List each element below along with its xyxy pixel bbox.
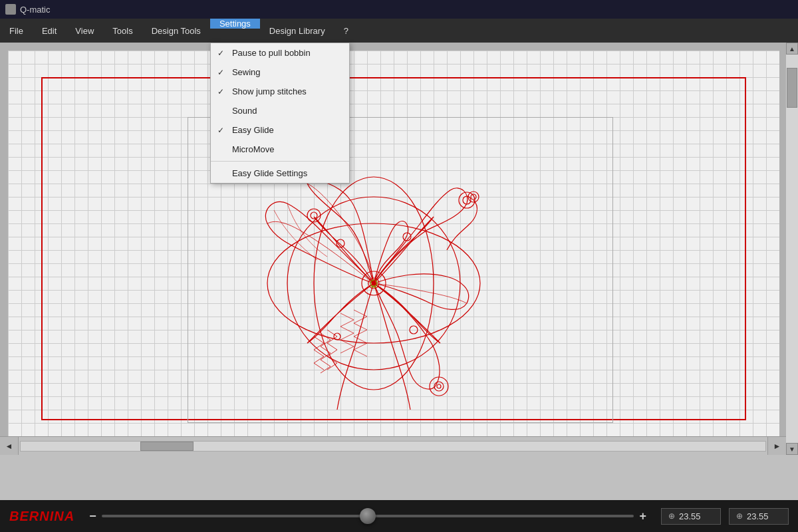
svg-point-14 bbox=[311, 212, 317, 219]
scrollbar-bottom: ◄ ► bbox=[0, 436, 786, 455]
svg-point-17 bbox=[410, 326, 418, 334]
coord-x-value: 23.55 bbox=[679, 511, 701, 521]
title-bar: Q-matic bbox=[0, 0, 798, 19]
scroll-track-vertical[interactable] bbox=[786, 55, 798, 443]
menu-item-easy-glide-settings[interactable]: Easy Glide Settings bbox=[211, 164, 349, 183]
menu-item-show-jump[interactable]: Show jump stitches bbox=[211, 82, 349, 101]
scroll-up-button[interactable]: ▲ bbox=[786, 43, 798, 55]
menu-tools[interactable]: Tools bbox=[103, 19, 142, 43]
scroll-down-button[interactable]: ▼ bbox=[786, 443, 798, 455]
scroll-thumb-vertical[interactable] bbox=[787, 68, 797, 108]
menu-item-micromove[interactable]: MicroMove bbox=[211, 140, 349, 159]
scrollbar-right: ▲ ▼ bbox=[786, 43, 798, 455]
coord-x-box: ⊕ 23.55 bbox=[661, 508, 721, 525]
scroll-track-horizontal[interactable] bbox=[20, 441, 766, 452]
app-icon bbox=[5, 4, 16, 15]
bottom-bar: BERNINA − + ⊕ 23.55 ⊕ 23.55 bbox=[0, 500, 798, 532]
coord-y-icon: ⊕ bbox=[736, 511, 743, 521]
menu-design-tools[interactable]: Design Tools bbox=[142, 19, 210, 43]
menu-settings-container: Settings Pause to pull bobbin Sewing Sho… bbox=[210, 19, 260, 43]
settings-dropdown: Pause to pull bobbin Sewing Show jump st… bbox=[210, 43, 350, 184]
menu-help[interactable]: ? bbox=[334, 19, 358, 43]
menu-settings[interactable]: Settings bbox=[210, 19, 260, 29]
main-area: ▲ ▼ ◄ ► bbox=[0, 43, 798, 455]
slider-container: − + bbox=[89, 509, 646, 523]
menu-separator bbox=[211, 161, 349, 162]
menu-item-easy-glide[interactable]: Easy Glide bbox=[211, 120, 349, 140]
menu-item-pause-bobbin[interactable]: Pause to pull bobbin bbox=[211, 43, 349, 63]
svg-point-13 bbox=[307, 209, 321, 222]
bernina-logo: BERNINA bbox=[9, 509, 74, 524]
menu-item-sewing[interactable]: Sewing bbox=[211, 63, 349, 82]
zoom-out-button[interactable]: − bbox=[89, 509, 96, 523]
coord-x-icon: ⊕ bbox=[668, 511, 675, 521]
svg-point-10 bbox=[430, 377, 448, 396]
canvas-area[interactable] bbox=[8, 51, 779, 447]
title-text: Q-matic bbox=[20, 5, 51, 15]
zoom-in-button[interactable]: + bbox=[639, 509, 646, 523]
scroll-left-button[interactable]: ◄ bbox=[0, 437, 19, 456]
scroll-right-button[interactable]: ► bbox=[767, 437, 786, 456]
menu-file[interactable]: File bbox=[0, 19, 33, 43]
scroll-thumb-horizontal[interactable] bbox=[140, 442, 194, 451]
svg-point-12 bbox=[437, 384, 441, 388]
menu-design-library[interactable]: Design Library bbox=[260, 19, 334, 43]
menu-view[interactable]: View bbox=[66, 19, 103, 43]
menu-bar: File Edit View Tools Design Tools Settin… bbox=[0, 19, 798, 43]
coord-y-box: ⊕ 23.55 bbox=[729, 508, 789, 525]
svg-point-9 bbox=[471, 194, 476, 200]
zoom-slider-track[interactable] bbox=[102, 515, 634, 517]
coord-y-value: 23.55 bbox=[747, 511, 769, 521]
menu-edit[interactable]: Edit bbox=[33, 19, 66, 43]
zoom-slider-thumb[interactable] bbox=[360, 508, 376, 524]
menu-item-sound[interactable]: Sound bbox=[211, 101, 349, 120]
